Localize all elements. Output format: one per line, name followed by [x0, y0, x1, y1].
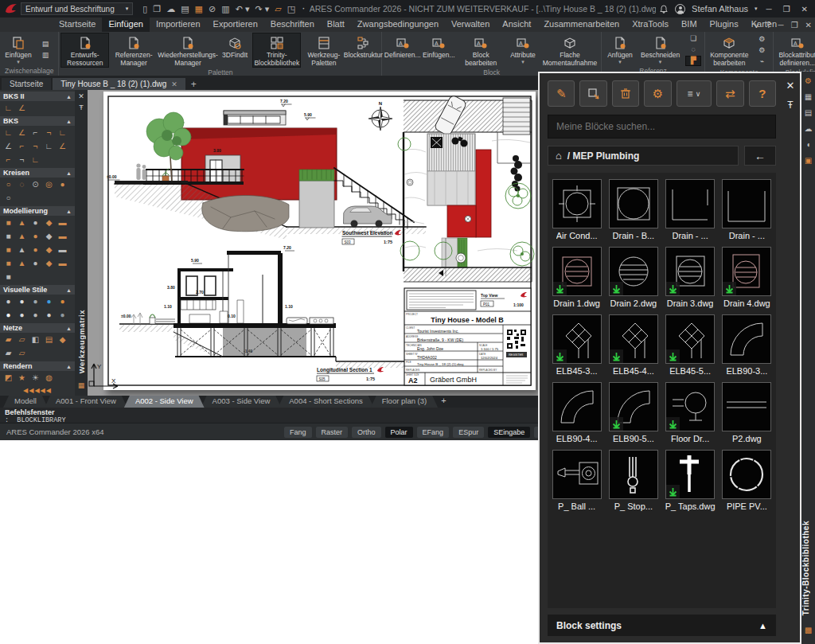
palette-close-icon[interactable]: ✕: [78, 92, 84, 100]
new-file-icon[interactable]: ▯: [142, 4, 147, 14]
open-file-icon[interactable]: ❐: [153, 4, 161, 14]
block-tile[interactable]: P2.dwg: [721, 382, 773, 443]
palette-tool-icon[interactable]: ¬: [15, 154, 29, 166]
palette-tool-icon[interactable]: ¬: [42, 127, 56, 139]
restore-icon[interactable]: ❐: [781, 5, 793, 14]
new-sheet-icon[interactable]: +: [435, 396, 452, 408]
settings-button[interactable]: ⚙: [644, 80, 671, 107]
ribbon-button-3dfindit[interactable]: 3DFindIt: [218, 33, 252, 68]
doc-icon[interactable]: ▤: [805, 108, 812, 117]
block-tile[interactable]: PIPE PV...: [721, 450, 773, 511]
block-tile[interactable]: P_ Stop...: [607, 450, 659, 511]
palette-tool-icon[interactable]: ◩: [2, 372, 15, 384]
palette-tool-icon[interactable]: ▱: [15, 347, 29, 359]
block-settings-bar[interactable]: Block settings ▲: [548, 615, 776, 636]
redo-icon[interactable]: ↷ ▾: [255, 4, 269, 14]
ribbon-button-flachemomentaufnahme[interactable]: Flache Momentaufnahme: [540, 33, 599, 68]
palette-tool-icon[interactable]: ●: [29, 295, 42, 307]
ribbon-mini-layers-icon[interactable]: ❏: [685, 33, 701, 44]
block-tile[interactable]: Drain 2.dwg: [607, 247, 659, 308]
block-tile[interactable]: P_ Ball ...: [551, 450, 602, 511]
ribbon-tab-xtratools[interactable]: XtraTools: [626, 18, 675, 32]
block-tile[interactable]: Floor Dr...: [665, 382, 716, 443]
status-toggle-espur[interactable]: ESpur: [453, 427, 484, 438]
minimize-icon[interactable]: ─: [764, 5, 774, 14]
collapse-icon[interactable]: ▲: [66, 94, 72, 100]
palette-section-netze[interactable]: Netze▲: [0, 323, 75, 333]
grid-icon[interactable]: ▦: [805, 92, 812, 101]
ribbon-mini-dwg-hot-icon[interactable]: ▛: [685, 56, 701, 66]
palette-section-bks-ii[interactable]: BKS II▲: [0, 92, 75, 101]
palette-tool-icon[interactable]: ◎: [42, 178, 56, 190]
ribbon-tab-zwangsbedingungen[interactable]: Zwangsbedingungen: [351, 18, 445, 32]
palette-tool-icon[interactable]: ◧: [29, 334, 42, 345]
collapse-icon[interactable]: ▲: [66, 287, 72, 293]
ribbon-tab-startseite[interactable]: Startseite: [53, 18, 102, 32]
palette-section-rendern[interactable]: Rendern▲: [0, 361, 75, 371]
block-tile[interactable]: Drain - B...: [607, 179, 659, 240]
palette-tool-icon[interactable]: ◍: [42, 372, 56, 384]
palette-tool-icon[interactable]: ●: [56, 178, 69, 190]
ribbon-tab-exportieren[interactable]: Exportieren: [207, 18, 264, 32]
block-tile[interactable]: Drain - ...: [721, 179, 773, 240]
ribbon-mini-gear-icon[interactable]: ⚙: [754, 34, 770, 45]
ribbon-tab-einfügen[interactable]: Einfügen: [102, 18, 149, 32]
palette-section-bks[interactable]: BKS▲: [0, 116, 75, 126]
ribbon-button-attribute[interactable]: AAttribute▾: [506, 33, 540, 68]
palette-tool-icon[interactable]: ●: [29, 257, 42, 269]
palette-tool-icon[interactable]: ▬: [56, 257, 69, 269]
palette-tool-icon[interactable]: ∟: [42, 140, 56, 152]
palette-pin-icon[interactable]: Ŧ: [79, 103, 84, 111]
undo-icon[interactable]: ↶ ▾: [236, 4, 250, 14]
block-tile[interactable]: ELB90-3...: [721, 314, 773, 376]
block-tile[interactable]: Drain - ...: [665, 179, 716, 240]
palette-tool-icon[interactable]: ●: [42, 295, 56, 307]
palette-tool-icon[interactable]: ∟: [2, 102, 15, 114]
block-tile[interactable]: ELB90-4...: [551, 382, 602, 443]
block-tile[interactable]: ELB45-3...: [551, 314, 602, 376]
breadcrumb[interactable]: ⌂ / MEP Plumbing: [548, 146, 739, 166]
ribbon-mini-gear2-icon[interactable]: ⚙: [754, 45, 770, 56]
trinity-tab-icon[interactable]: ▩: [805, 626, 812, 634]
palette-tool-icon[interactable]: ∠: [56, 140, 69, 152]
sheet-tab-modell[interactable]: Modell: [3, 396, 48, 408]
ribbon-button-anfgen[interactable]: Anfügen▾: [603, 33, 637, 66]
collapse-icon[interactable]: ▲: [66, 326, 72, 331]
ribbon-button-blockbearbeiten[interactable]: ABlock bearbeiten: [456, 33, 505, 68]
palette-tool-icon[interactable]: ▱: [15, 334, 29, 345]
sheet-tab-a002-side-view[interactable]: A002 - Side View: [124, 396, 205, 408]
cloud-icon[interactable]: ☁: [805, 124, 813, 133]
ribbon-tab-blatt[interactable]: Blatt: [321, 18, 351, 32]
edit-block-button[interactable]: ✎: [548, 80, 575, 107]
palette-tool-icon[interactable]: ■: [2, 244, 15, 256]
doc-minimize-icon[interactable]: ─: [778, 21, 784, 29]
ribbon-button-entwurfsressourcen[interactable]: Entwurfs- Ressourcen: [60, 33, 109, 68]
palette-tool-icon[interactable]: ●: [56, 295, 69, 307]
tab-close-icon[interactable]: ✕: [171, 80, 177, 88]
palette-tool-icon[interactable]: ⌐: [29, 127, 42, 139]
trinity-close-icon[interactable]: ✕: [786, 80, 795, 92]
palette-tool-icon[interactable]: ∠: [2, 140, 15, 152]
ribbon-button-komponentebearbeiten[interactable]: Komponente bearbeiten: [707, 33, 751, 68]
palette-tool-icon[interactable]: ◆: [42, 257, 56, 269]
palette-tool-icon[interactable]: ▬: [56, 230, 69, 242]
block-tile[interactable]: Drain 1.dwg: [551, 247, 602, 308]
sync-button[interactable]: ⇄: [716, 80, 743, 107]
collapse-icon[interactable]: ▲: [66, 209, 72, 214]
palette-tool-icon[interactable]: ▲: [15, 217, 29, 228]
ribbon-button-beschneiden[interactable]: Beschneiden▾: [638, 33, 683, 66]
back-button[interactable]: ←: [744, 146, 776, 166]
palette-tool-icon[interactable]: ●: [42, 309, 56, 321]
ribbon-button-einfgen[interactable]: Einfügen▾: [2, 33, 35, 66]
trinity-vertical-tab[interactable]: Trinity-Blockbibliothek: [801, 521, 815, 615]
qat-overflow-icon[interactable]: ᛫: [301, 4, 306, 14]
sheet-tab-floor-plan-3-[interactable]: Floor plan (3): [371, 396, 439, 408]
home-icon[interactable]: ⌂: [556, 150, 562, 162]
ribbon-tab-ansicht[interactable]: Ansicht: [496, 18, 537, 32]
ribbon-button-blockattributdefinieren[interactable]: ABlockattribut definieren...: [775, 33, 815, 68]
palette-tool-icon[interactable]: ∟: [29, 154, 42, 166]
palette-tool-icon[interactable]: ●: [56, 309, 69, 321]
ribbon-tab-plugins[interactable]: Plugins: [704, 18, 745, 32]
ribbon-button-referenzenmanager[interactable]: Referenzen- Manager: [110, 33, 158, 68]
block-tile[interactable]: Drain 3.dwg: [665, 247, 716, 308]
